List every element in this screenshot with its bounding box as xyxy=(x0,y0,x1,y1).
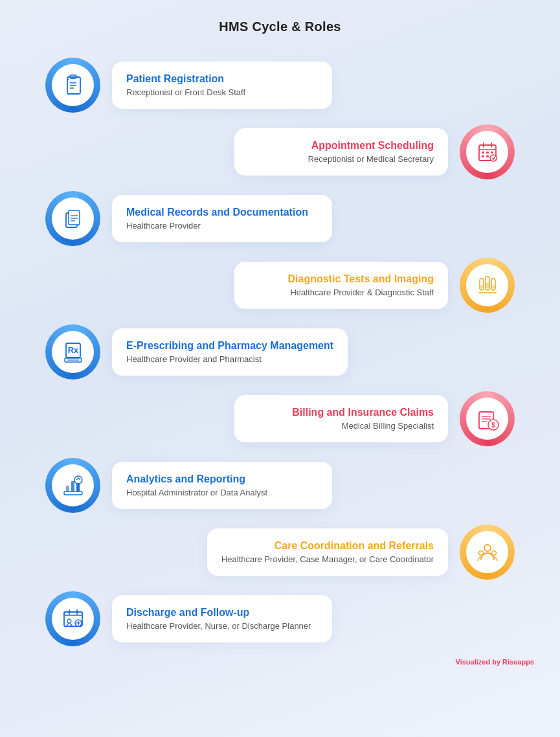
card-sub-patient-registration: Receptionist or Front Desk Staff xyxy=(126,87,318,97)
card-title-appointment-scheduling: Appointment Scheduling xyxy=(249,140,434,152)
footer: Visualized by Riseapps xyxy=(26,658,534,666)
icon-inner-patient-registration: + xyxy=(52,64,94,106)
svg-point-46 xyxy=(491,550,496,555)
card-care-coordination: Care Coordination and Referrals Healthca… xyxy=(207,528,448,576)
svg-rect-42 xyxy=(76,483,80,492)
card-diagnostic-tests: Diagnostic Tests and Imaging Healthcare … xyxy=(234,262,448,309)
card-sub-diagnostic-tests: Healthcare Provider & Diagnostic Staff xyxy=(249,288,434,297)
page-title: HMS Cycle & Roles xyxy=(26,19,534,34)
row-eprescribing: Rx E-Prescribing and Pharmacy Management… xyxy=(26,324,534,380)
icon-circle-medical-records xyxy=(45,191,100,246)
card-appointment-scheduling: Appointment Scheduling Receptionist or M… xyxy=(234,128,448,176)
svg-rect-28 xyxy=(492,285,495,289)
svg-rect-39 xyxy=(64,492,82,495)
row-diagnostic-tests: Diagnostic Tests and Imaging Healthcare … xyxy=(26,258,534,313)
row-discharge: Discharge and Follow-up Healthcare Provi… xyxy=(26,591,534,646)
svg-rect-41 xyxy=(71,481,74,492)
card-title-analytics: Analytics and Reporting xyxy=(126,473,318,485)
card-sub-care-coordination: Healthcare Provider, Case Manager, or Ca… xyxy=(221,554,434,564)
icon-circle-appointment-scheduling xyxy=(460,124,515,179)
card-title-eprescribing: E-Prescribing and Pharmacy Management xyxy=(126,340,333,352)
icon-circle-eprescribing: Rx xyxy=(45,324,100,380)
card-title-care-coordination: Care Coordination and Referrals xyxy=(221,540,434,552)
svg-rect-12 xyxy=(486,152,489,153)
icon-circle-discharge xyxy=(45,591,100,646)
card-sub-discharge: Healthcare Provider, Nurse, or Discharge… xyxy=(126,621,318,631)
card-discharge: Discharge and Follow-up Healthcare Provi… xyxy=(112,595,332,642)
card-eprescribing: E-Prescribing and Pharmacy Management He… xyxy=(112,328,348,376)
row-billing: Billing and Insurance Claims Medical Bil… xyxy=(26,391,534,446)
row-care-coordination: Care Coordination and Referrals Healthca… xyxy=(26,525,534,580)
svg-rect-26 xyxy=(480,285,483,289)
svg-text:+: + xyxy=(72,76,74,80)
card-title-medical-records: Medical Records and Documentation xyxy=(126,207,318,218)
card-title-discharge: Discharge and Follow-up xyxy=(126,607,318,618)
icon-inner-eprescribing: Rx xyxy=(52,331,94,373)
row-patient-registration: + Patient Registration Receptionist or F… xyxy=(26,58,534,113)
card-sub-medical-records: Healthcare Provider xyxy=(126,221,318,231)
row-medical-records: Medical Records and Documentation Health… xyxy=(26,191,534,246)
card-title-billing: Billing and Insurance Claims xyxy=(249,407,434,418)
icon-inner-discharge xyxy=(52,598,94,640)
icon-inner-care-coordination xyxy=(466,531,508,573)
svg-point-54 xyxy=(67,619,71,623)
footer-prefix: Visualized by xyxy=(456,658,503,666)
card-sub-billing: Medical Billing Specialist xyxy=(249,421,434,431)
svg-point-45 xyxy=(478,550,483,555)
icon-circle-analytics xyxy=(45,458,100,513)
svg-rect-27 xyxy=(486,282,489,289)
icon-circle-diagnostic-tests xyxy=(460,258,515,313)
icon-inner-medical-records xyxy=(52,198,94,240)
footer-brand: Riseapps xyxy=(502,658,534,666)
svg-point-5 xyxy=(68,79,69,80)
svg-point-16 xyxy=(490,155,497,161)
svg-rect-11 xyxy=(482,152,484,153)
svg-rect-48 xyxy=(64,612,82,626)
icon-inner-appointment-scheduling xyxy=(466,131,508,173)
card-sub-analytics: Hospital Administrator or Data Analyst xyxy=(126,488,318,497)
card-title-diagnostic-tests: Diagnostic Tests and Imaging xyxy=(249,273,434,285)
svg-rect-18 xyxy=(69,210,80,225)
icon-inner-diagnostic-tests xyxy=(466,264,508,306)
card-sub-eprescribing: Healthcare Provider and Pharmacist xyxy=(126,354,333,364)
row-appointment-scheduling: Appointment Scheduling Receptionist or M… xyxy=(26,124,534,179)
icon-inner-analytics xyxy=(52,464,94,506)
svg-rect-13 xyxy=(491,152,493,153)
card-billing: Billing and Insurance Claims Medical Bil… xyxy=(234,395,448,442)
svg-text:$: $ xyxy=(491,422,495,429)
svg-point-44 xyxy=(484,545,491,551)
icon-circle-care-coordination xyxy=(460,525,515,580)
card-patient-registration: Patient Registration Receptionist or Fro… xyxy=(112,62,332,109)
row-analytics: Analytics and Reporting Hospital Adminis… xyxy=(26,458,534,513)
svg-rect-40 xyxy=(66,486,69,492)
card-analytics: Analytics and Reporting Hospital Adminis… xyxy=(112,462,332,509)
card-medical-records: Medical Records and Documentation Health… xyxy=(112,195,332,242)
card-title-patient-registration: Patient Registration xyxy=(126,73,318,85)
card-sub-appointment-scheduling: Receptionist or Medical Secretary xyxy=(249,154,434,164)
icon-circle-billing: $ xyxy=(460,391,515,446)
svg-text:Rx: Rx xyxy=(67,345,78,355)
icon-circle-patient-registration: + xyxy=(45,58,100,113)
svg-rect-14 xyxy=(482,155,484,157)
icon-inner-billing: $ xyxy=(466,398,508,440)
svg-point-43 xyxy=(74,476,82,484)
svg-rect-15 xyxy=(486,155,489,157)
